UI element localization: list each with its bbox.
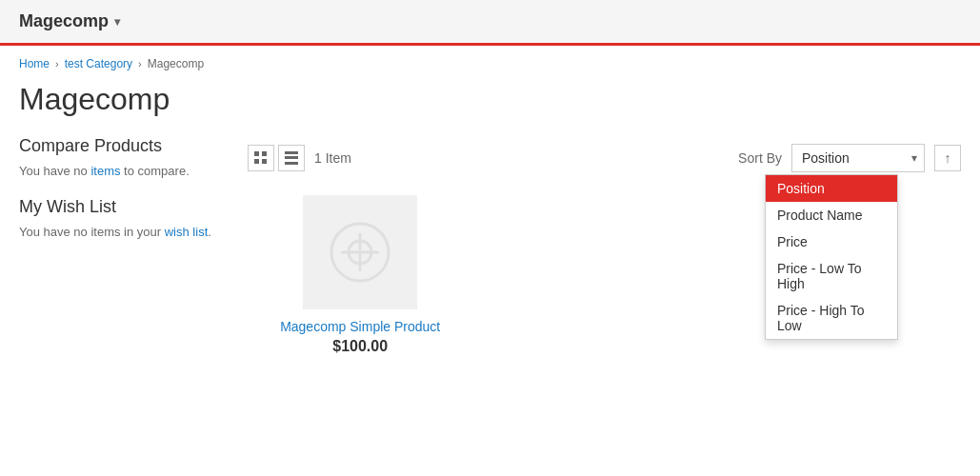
- page-title: Magecomp: [19, 82, 961, 117]
- item-count: 1 Item: [314, 150, 351, 166]
- compare-products-title: Compare Products: [19, 136, 229, 156]
- page-title-wrapper: Magecomp: [0, 82, 980, 127]
- grid-icon: [254, 151, 268, 165]
- sort-select-wrapper: Position Product Name Price Price - Low …: [791, 144, 925, 172]
- logo-chevron-icon: ▾: [114, 15, 120, 29]
- breadcrumb-current: Magecomp: [148, 57, 204, 70]
- dropdown-item-price-asc[interactable]: Price - Low To High: [766, 255, 897, 297]
- content-wrapper: Compare Products You have no items to co…: [0, 127, 980, 365]
- product-image-placeholder: [322, 214, 398, 290]
- compare-products-block: Compare Products You have no items to co…: [19, 136, 229, 178]
- breadcrumb-home[interactable]: Home: [19, 57, 50, 70]
- breadcrumb-wrapper: Home › test Category › Magecomp: [0, 46, 980, 82]
- compare-text-before: You have no: [19, 164, 90, 178]
- view-toggle: [248, 145, 305, 171]
- sidebar: Compare Products You have no items to co…: [19, 136, 229, 355]
- sort-dropdown[interactable]: Position Product Name Price Price - Low …: [765, 174, 898, 340]
- sort-by-label: Sort By: [738, 150, 782, 166]
- logo[interactable]: Magecomp ▾: [19, 11, 120, 31]
- breadcrumb-separator-2: ›: [138, 58, 142, 69]
- logo-text: Magecomp: [19, 11, 109, 31]
- product-price: $100.00: [332, 338, 388, 354]
- sort-direction-button[interactable]: ↑: [934, 145, 961, 171]
- wish-list-block: My Wish List You have no items in your w…: [19, 197, 229, 239]
- dropdown-item-price-desc[interactable]: Price - High To Low: [766, 297, 897, 339]
- dropdown-item-price[interactable]: Price: [766, 228, 897, 255]
- main-content: 1 Item Sort By Position Product Name Pri…: [248, 136, 961, 355]
- breadcrumb: Home › test Category › Magecomp: [19, 57, 961, 70]
- wish-list-text: You have no items in your wish list.: [19, 225, 229, 239]
- list-view-button[interactable]: [278, 145, 305, 171]
- product-name-link[interactable]: Magecomp Simple Product: [248, 319, 472, 334]
- compare-text-after: to compare.: [121, 164, 190, 178]
- sort-select[interactable]: Position Product Name Price Price - Low …: [791, 144, 925, 172]
- grid-view-button[interactable]: [248, 145, 274, 171]
- toolbar: 1 Item Sort By Position Product Name Pri…: [248, 136, 961, 180]
- product-image-wrapper: [303, 195, 417, 309]
- dropdown-item-position[interactable]: Position: [766, 175, 897, 202]
- wishlist-text-before: You have no items in your: [19, 225, 165, 239]
- toolbar-right: Sort By Position Product Name Price Pric…: [738, 144, 961, 172]
- wish-list-title: My Wish List: [19, 197, 229, 217]
- compare-products-text: You have no items to compare.: [19, 164, 229, 178]
- toolbar-left: 1 Item: [248, 145, 351, 171]
- compare-items-link[interactable]: items: [90, 164, 120, 178]
- list-icon: [285, 151, 298, 165]
- wishlist-text-after: .: [208, 225, 211, 239]
- wish-list-link[interactable]: wish list: [165, 225, 209, 239]
- dropdown-item-name[interactable]: Product Name: [766, 202, 897, 228]
- breadcrumb-separator-1: ›: [55, 58, 59, 69]
- product-item: Magecomp Simple Product $100.00: [248, 195, 472, 355]
- breadcrumb-category[interactable]: test Category: [65, 57, 132, 70]
- site-header: Magecomp ▾: [0, 0, 980, 46]
